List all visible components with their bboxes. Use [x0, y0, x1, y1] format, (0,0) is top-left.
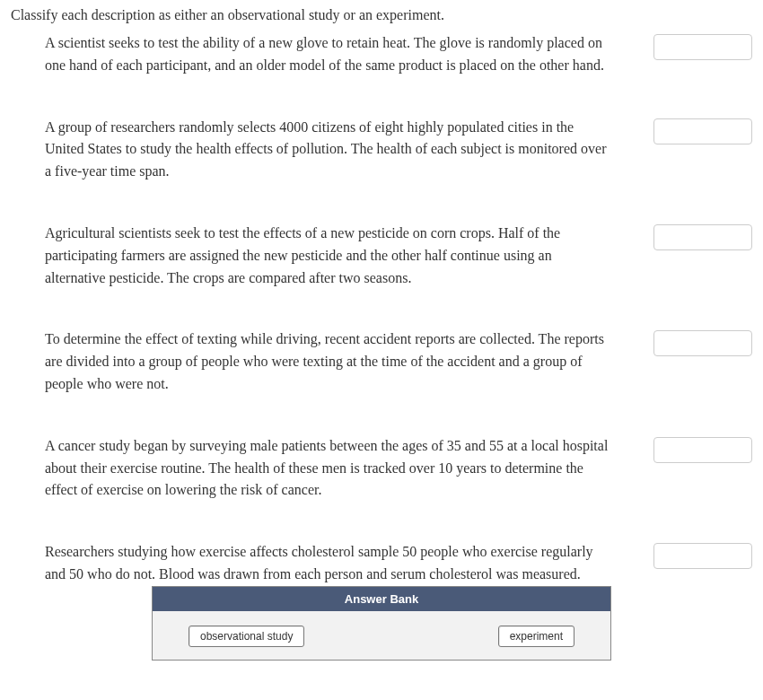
question-text: A scientist seeks to test the ability of…	[45, 32, 653, 77]
answer-bank-title: Answer Bank	[153, 587, 610, 611]
answer-drop-target[interactable]	[653, 224, 752, 250]
question-row: A group of researchers randomly selects …	[11, 117, 752, 183]
question-row: To determine the effect of texting while…	[11, 328, 752, 395]
question-text: Agricultural scientists seek to test the…	[45, 223, 653, 289]
question-text: A cancer study began by surveying male p…	[45, 435, 653, 502]
answer-bank-body: observational study experiment	[153, 611, 610, 660]
instruction-text: Classify each description as either an o…	[11, 7, 752, 23]
answer-chip-observational[interactable]: observational study	[189, 626, 304, 647]
question-row: A cancer study began by surveying male p…	[11, 435, 752, 502]
question-row: A scientist seeks to test the ability of…	[11, 32, 752, 77]
answer-chip-experiment[interactable]: experiment	[498, 626, 574, 647]
answer-drop-target[interactable]	[653, 330, 752, 356]
question-row: Agricultural scientists seek to test the…	[11, 223, 752, 289]
question-row: Researchers studying how exercise affect…	[11, 541, 752, 586]
answer-drop-target[interactable]	[653, 543, 752, 569]
answer-drop-target[interactable]	[653, 34, 752, 60]
question-text: To determine the effect of texting while…	[45, 328, 653, 395]
answer-bank-wrap: Answer Bank observational study experime…	[11, 586, 752, 661]
answer-drop-target[interactable]	[653, 437, 752, 463]
answer-bank: Answer Bank observational study experime…	[152, 586, 611, 661]
question-text: A group of researchers randomly selects …	[45, 117, 653, 183]
question-container: Classify each description as either an o…	[0, 0, 763, 661]
answer-drop-target[interactable]	[653, 118, 752, 144]
question-text: Researchers studying how exercise affect…	[45, 541, 653, 586]
